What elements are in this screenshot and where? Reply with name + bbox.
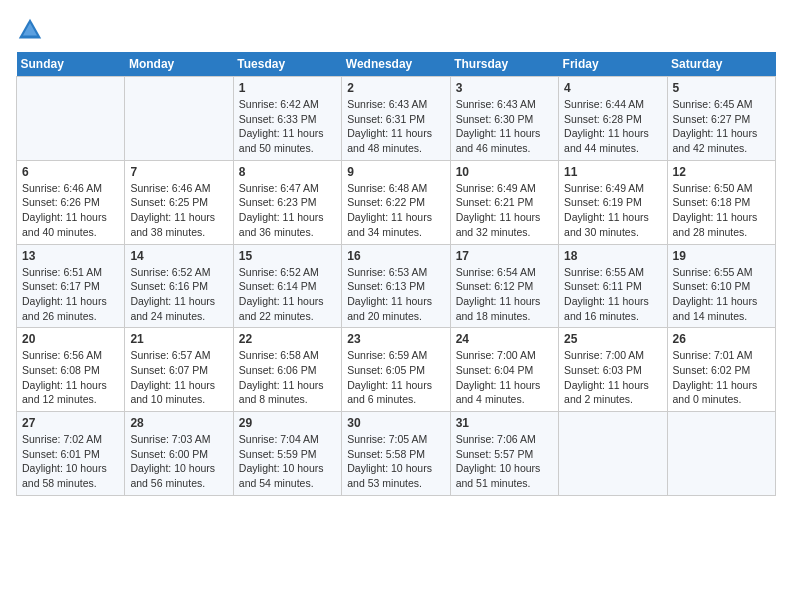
day-number: 1 — [239, 81, 336, 95]
day-number: 2 — [347, 81, 444, 95]
calendar-cell: 8Sunrise: 6:47 AM Sunset: 6:23 PM Daylig… — [233, 160, 341, 244]
day-of-week-header: Thursday — [450, 52, 558, 77]
day-number: 22 — [239, 332, 336, 346]
page-header — [16, 16, 776, 44]
day-of-week-header: Friday — [559, 52, 667, 77]
cell-content: Sunrise: 6:56 AM Sunset: 6:08 PM Dayligh… — [22, 348, 119, 407]
day-number: 5 — [673, 81, 770, 95]
cell-content: Sunrise: 6:52 AM Sunset: 6:16 PM Dayligh… — [130, 265, 227, 324]
calendar-cell: 15Sunrise: 6:52 AM Sunset: 6:14 PM Dayli… — [233, 244, 341, 328]
calendar-cell: 3Sunrise: 6:43 AM Sunset: 6:30 PM Daylig… — [450, 77, 558, 161]
cell-content: Sunrise: 6:43 AM Sunset: 6:30 PM Dayligh… — [456, 97, 553, 156]
cell-content: Sunrise: 6:44 AM Sunset: 6:28 PM Dayligh… — [564, 97, 661, 156]
cell-content: Sunrise: 6:49 AM Sunset: 6:21 PM Dayligh… — [456, 181, 553, 240]
calendar-cell — [559, 412, 667, 496]
cell-content: Sunrise: 7:04 AM Sunset: 5:59 PM Dayligh… — [239, 432, 336, 491]
cell-content: Sunrise: 7:05 AM Sunset: 5:58 PM Dayligh… — [347, 432, 444, 491]
day-number: 24 — [456, 332, 553, 346]
day-number: 19 — [673, 249, 770, 263]
cell-content: Sunrise: 7:06 AM Sunset: 5:57 PM Dayligh… — [456, 432, 553, 491]
cell-content: Sunrise: 6:55 AM Sunset: 6:11 PM Dayligh… — [564, 265, 661, 324]
day-of-week-header: Saturday — [667, 52, 775, 77]
calendar-cell: 22Sunrise: 6:58 AM Sunset: 6:06 PM Dayli… — [233, 328, 341, 412]
cell-content: Sunrise: 6:58 AM Sunset: 6:06 PM Dayligh… — [239, 348, 336, 407]
cell-content: Sunrise: 6:59 AM Sunset: 6:05 PM Dayligh… — [347, 348, 444, 407]
cell-content: Sunrise: 6:45 AM Sunset: 6:27 PM Dayligh… — [673, 97, 770, 156]
calendar-header-row: SundayMondayTuesdayWednesdayThursdayFrid… — [17, 52, 776, 77]
day-number: 14 — [130, 249, 227, 263]
cell-content: Sunrise: 6:52 AM Sunset: 6:14 PM Dayligh… — [239, 265, 336, 324]
calendar-cell: 1Sunrise: 6:42 AM Sunset: 6:33 PM Daylig… — [233, 77, 341, 161]
calendar-cell: 13Sunrise: 6:51 AM Sunset: 6:17 PM Dayli… — [17, 244, 125, 328]
day-number: 4 — [564, 81, 661, 95]
day-number: 23 — [347, 332, 444, 346]
cell-content: Sunrise: 6:43 AM Sunset: 6:31 PM Dayligh… — [347, 97, 444, 156]
cell-content: Sunrise: 6:57 AM Sunset: 6:07 PM Dayligh… — [130, 348, 227, 407]
calendar-cell: 18Sunrise: 6:55 AM Sunset: 6:11 PM Dayli… — [559, 244, 667, 328]
day-number: 29 — [239, 416, 336, 430]
day-number: 6 — [22, 165, 119, 179]
day-number: 21 — [130, 332, 227, 346]
calendar-cell: 7Sunrise: 6:46 AM Sunset: 6:25 PM Daylig… — [125, 160, 233, 244]
calendar-cell: 28Sunrise: 7:03 AM Sunset: 6:00 PM Dayli… — [125, 412, 233, 496]
calendar-cell: 9Sunrise: 6:48 AM Sunset: 6:22 PM Daylig… — [342, 160, 450, 244]
day-number: 15 — [239, 249, 336, 263]
cell-content: Sunrise: 6:46 AM Sunset: 6:26 PM Dayligh… — [22, 181, 119, 240]
logo-icon — [16, 16, 44, 44]
calendar-cell: 5Sunrise: 6:45 AM Sunset: 6:27 PM Daylig… — [667, 77, 775, 161]
calendar-cell: 20Sunrise: 6:56 AM Sunset: 6:08 PM Dayli… — [17, 328, 125, 412]
cell-content: Sunrise: 6:53 AM Sunset: 6:13 PM Dayligh… — [347, 265, 444, 324]
calendar-cell: 29Sunrise: 7:04 AM Sunset: 5:59 PM Dayli… — [233, 412, 341, 496]
calendar-cell: 2Sunrise: 6:43 AM Sunset: 6:31 PM Daylig… — [342, 77, 450, 161]
day-number: 28 — [130, 416, 227, 430]
calendar-cell: 17Sunrise: 6:54 AM Sunset: 6:12 PM Dayli… — [450, 244, 558, 328]
calendar-cell: 27Sunrise: 7:02 AM Sunset: 6:01 PM Dayli… — [17, 412, 125, 496]
cell-content: Sunrise: 6:54 AM Sunset: 6:12 PM Dayligh… — [456, 265, 553, 324]
day-number: 20 — [22, 332, 119, 346]
day-number: 9 — [347, 165, 444, 179]
cell-content: Sunrise: 6:51 AM Sunset: 6:17 PM Dayligh… — [22, 265, 119, 324]
day-number: 8 — [239, 165, 336, 179]
calendar-cell: 6Sunrise: 6:46 AM Sunset: 6:26 PM Daylig… — [17, 160, 125, 244]
calendar-week-row: 1Sunrise: 6:42 AM Sunset: 6:33 PM Daylig… — [17, 77, 776, 161]
day-of-week-header: Sunday — [17, 52, 125, 77]
logo — [16, 16, 48, 44]
calendar-cell: 11Sunrise: 6:49 AM Sunset: 6:19 PM Dayli… — [559, 160, 667, 244]
calendar-cell: 19Sunrise: 6:55 AM Sunset: 6:10 PM Dayli… — [667, 244, 775, 328]
calendar-cell — [17, 77, 125, 161]
cell-content: Sunrise: 6:55 AM Sunset: 6:10 PM Dayligh… — [673, 265, 770, 324]
cell-content: Sunrise: 6:48 AM Sunset: 6:22 PM Dayligh… — [347, 181, 444, 240]
calendar-cell: 25Sunrise: 7:00 AM Sunset: 6:03 PM Dayli… — [559, 328, 667, 412]
cell-content: Sunrise: 7:00 AM Sunset: 6:03 PM Dayligh… — [564, 348, 661, 407]
calendar-cell — [125, 77, 233, 161]
calendar-week-row: 6Sunrise: 6:46 AM Sunset: 6:26 PM Daylig… — [17, 160, 776, 244]
day-of-week-header: Tuesday — [233, 52, 341, 77]
day-number: 30 — [347, 416, 444, 430]
day-of-week-header: Monday — [125, 52, 233, 77]
day-number: 17 — [456, 249, 553, 263]
day-number: 16 — [347, 249, 444, 263]
cell-content: Sunrise: 7:01 AM Sunset: 6:02 PM Dayligh… — [673, 348, 770, 407]
cell-content: Sunrise: 6:50 AM Sunset: 6:18 PM Dayligh… — [673, 181, 770, 240]
day-number: 31 — [456, 416, 553, 430]
calendar-week-row: 20Sunrise: 6:56 AM Sunset: 6:08 PM Dayli… — [17, 328, 776, 412]
day-number: 11 — [564, 165, 661, 179]
calendar-cell: 24Sunrise: 7:00 AM Sunset: 6:04 PM Dayli… — [450, 328, 558, 412]
day-number: 18 — [564, 249, 661, 263]
calendar-week-row: 27Sunrise: 7:02 AM Sunset: 6:01 PM Dayli… — [17, 412, 776, 496]
calendar-cell: 21Sunrise: 6:57 AM Sunset: 6:07 PM Dayli… — [125, 328, 233, 412]
calendar-cell: 31Sunrise: 7:06 AM Sunset: 5:57 PM Dayli… — [450, 412, 558, 496]
cell-content: Sunrise: 6:42 AM Sunset: 6:33 PM Dayligh… — [239, 97, 336, 156]
calendar-cell: 23Sunrise: 6:59 AM Sunset: 6:05 PM Dayli… — [342, 328, 450, 412]
calendar-table: SundayMondayTuesdayWednesdayThursdayFrid… — [16, 52, 776, 496]
cell-content: Sunrise: 6:47 AM Sunset: 6:23 PM Dayligh… — [239, 181, 336, 240]
cell-content: Sunrise: 7:03 AM Sunset: 6:00 PM Dayligh… — [130, 432, 227, 491]
day-number: 7 — [130, 165, 227, 179]
day-number: 3 — [456, 81, 553, 95]
calendar-week-row: 13Sunrise: 6:51 AM Sunset: 6:17 PM Dayli… — [17, 244, 776, 328]
day-number: 27 — [22, 416, 119, 430]
calendar-cell: 12Sunrise: 6:50 AM Sunset: 6:18 PM Dayli… — [667, 160, 775, 244]
cell-content: Sunrise: 7:00 AM Sunset: 6:04 PM Dayligh… — [456, 348, 553, 407]
day-number: 10 — [456, 165, 553, 179]
day-number: 13 — [22, 249, 119, 263]
